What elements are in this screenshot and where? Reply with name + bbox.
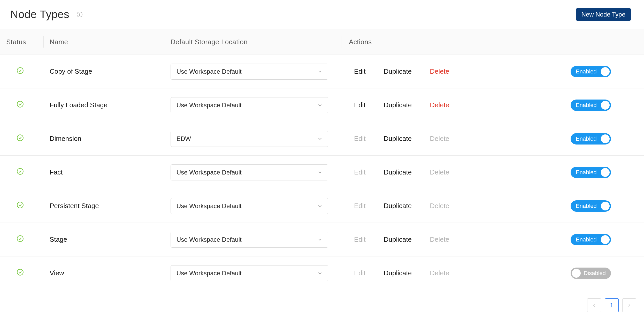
storage-cell: Use Workspace Default bbox=[168, 64, 341, 80]
storage-select[interactable]: Use Workspace Default bbox=[171, 97, 328, 113]
table-row: DimensionEDWEditDuplicateDeleteEnabled bbox=[0, 122, 644, 156]
svg-point-5 bbox=[17, 135, 23, 141]
check-circle-icon bbox=[17, 67, 24, 76]
check-circle-icon bbox=[17, 101, 24, 110]
duplicate-action[interactable]: Duplicate bbox=[384, 269, 412, 277]
toggle-knob bbox=[572, 269, 581, 278]
toggle-cell: Enabled bbox=[553, 133, 644, 145]
storage-select[interactable]: Use Workspace Default bbox=[171, 64, 328, 80]
svg-point-6 bbox=[17, 168, 23, 174]
actions-cell: EditDuplicateDelete bbox=[341, 269, 553, 277]
toggle-knob bbox=[601, 67, 610, 76]
toggle-label: Enabled bbox=[572, 68, 600, 75]
storage-select-value: EDW bbox=[177, 135, 191, 142]
svg-point-3 bbox=[17, 67, 23, 73]
status-cell bbox=[6, 269, 43, 278]
storage-select[interactable]: Use Workspace Default bbox=[171, 232, 328, 248]
delete-action: Delete bbox=[430, 269, 449, 277]
enabled-toggle[interactable]: Enabled bbox=[571, 167, 611, 178]
status-cell bbox=[6, 201, 43, 210]
storage-select[interactable]: Use Workspace Default bbox=[171, 198, 328, 214]
column-header-status: Status bbox=[6, 38, 43, 46]
enabled-toggle[interactable]: Enabled bbox=[571, 100, 611, 111]
check-circle-icon bbox=[17, 269, 24, 278]
svg-point-4 bbox=[17, 101, 23, 107]
toggle-knob bbox=[601, 235, 610, 244]
delete-action: Delete bbox=[430, 236, 449, 244]
storage-select-value: Use Workspace Default bbox=[177, 68, 242, 75]
delete-action[interactable]: Delete bbox=[430, 101, 449, 109]
actions-cell: EditDuplicateDelete bbox=[341, 202, 553, 210]
storage-select-value: Use Workspace Default bbox=[177, 202, 242, 210]
duplicate-action[interactable]: Duplicate bbox=[384, 168, 412, 176]
toggle-knob bbox=[601, 101, 610, 110]
name-cell: Fully Loaded Stage bbox=[43, 101, 168, 109]
svg-point-1 bbox=[80, 13, 80, 14]
chevron-down-icon bbox=[317, 170, 323, 175]
new-node-type-button[interactable]: New Node Type bbox=[576, 8, 631, 21]
pagination-page-1[interactable]: 1 bbox=[605, 298, 619, 312]
table-body: Copy of StageUse Workspace DefaultEditDu… bbox=[0, 55, 644, 290]
pagination-next[interactable] bbox=[622, 298, 636, 312]
table-row: ViewUse Workspace DefaultEditDuplicateDe… bbox=[0, 256, 644, 290]
table-row: StageUse Workspace DefaultEditDuplicateD… bbox=[0, 223, 644, 256]
storage-select[interactable]: Use Workspace Default bbox=[171, 164, 328, 180]
chevron-down-icon bbox=[317, 237, 323, 242]
delete-action: Delete bbox=[430, 202, 449, 210]
page-title: Node Types bbox=[10, 8, 69, 21]
toggle-cell: Enabled bbox=[553, 167, 644, 178]
storage-cell: Use Workspace Default bbox=[168, 232, 341, 248]
enabled-toggle[interactable]: Enabled bbox=[571, 66, 611, 77]
name-cell: Fact bbox=[43, 168, 168, 176]
name-cell: Stage bbox=[43, 236, 168, 244]
status-cell bbox=[6, 134, 43, 143]
chevron-down-icon bbox=[317, 102, 323, 108]
storage-cell: Use Workspace Default bbox=[168, 198, 341, 214]
name-cell: View bbox=[43, 269, 168, 277]
storage-cell: EDW bbox=[168, 131, 341, 147]
check-circle-icon bbox=[17, 168, 24, 177]
enabled-toggle[interactable]: Enabled bbox=[571, 234, 611, 245]
toggle-knob bbox=[601, 202, 610, 210]
duplicate-action[interactable]: Duplicate bbox=[384, 236, 412, 244]
edit-action[interactable]: Edit bbox=[354, 67, 366, 75]
chevron-down-icon bbox=[317, 136, 323, 142]
storage-select[interactable]: EDW bbox=[171, 131, 328, 147]
duplicate-action[interactable]: Duplicate bbox=[384, 67, 412, 75]
edit-action: Edit bbox=[354, 168, 366, 176]
column-header-storage-label: Default Storage Location bbox=[171, 38, 248, 46]
toggle-label: Enabled bbox=[572, 236, 600, 243]
svg-point-8 bbox=[17, 236, 23, 241]
duplicate-action[interactable]: Duplicate bbox=[384, 101, 412, 109]
info-icon[interactable] bbox=[76, 11, 83, 18]
enabled-toggle[interactable]: Enabled bbox=[571, 133, 611, 145]
delete-action[interactable]: Delete bbox=[430, 67, 449, 75]
table-row: FactUse Workspace DefaultEditDuplicateDe… bbox=[0, 156, 644, 189]
edit-action[interactable]: Edit bbox=[354, 101, 366, 109]
enabled-toggle[interactable]: Disabled bbox=[571, 268, 611, 279]
toggle-cell: Enabled bbox=[553, 234, 644, 245]
actions-cell: EditDuplicateDelete bbox=[341, 101, 553, 109]
toggle-label: Enabled bbox=[572, 102, 600, 109]
toggle-knob bbox=[601, 134, 610, 143]
storage-cell: Use Workspace Default bbox=[168, 265, 341, 281]
status-cell bbox=[6, 101, 43, 110]
check-circle-icon bbox=[17, 235, 24, 244]
toggle-label: Enabled bbox=[572, 203, 600, 209]
pagination-prev[interactable] bbox=[587, 298, 601, 312]
duplicate-action[interactable]: Duplicate bbox=[384, 135, 412, 143]
svg-point-9 bbox=[17, 269, 23, 275]
status-cell bbox=[6, 168, 43, 177]
edit-action: Edit bbox=[354, 202, 366, 210]
page-header: Node Types New Node Type bbox=[0, 0, 644, 29]
svg-point-7 bbox=[17, 202, 23, 208]
storage-cell: Use Workspace Default bbox=[168, 164, 341, 180]
toggle-label: Disabled bbox=[580, 270, 609, 277]
storage-select[interactable]: Use Workspace Default bbox=[171, 265, 328, 281]
actions-cell: EditDuplicateDelete bbox=[341, 236, 553, 244]
enabled-toggle[interactable]: Enabled bbox=[571, 200, 611, 212]
duplicate-action[interactable]: Duplicate bbox=[384, 202, 412, 210]
column-header-name: Name bbox=[43, 38, 168, 46]
toggle-cell: Enabled bbox=[553, 200, 644, 212]
name-cell: Dimension bbox=[43, 135, 168, 143]
